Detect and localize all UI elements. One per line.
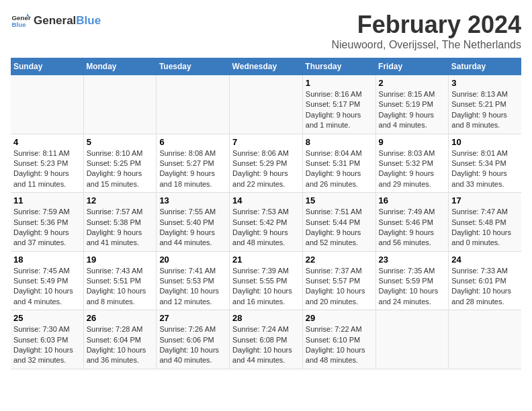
day-info: Sunrise: 7:45 AM Sunset: 5:49 PM Dayligh… bbox=[13, 266, 81, 308]
logo: General Blue General Blue bbox=[11, 11, 101, 31]
day-number: 27 bbox=[159, 313, 226, 323]
day-cell bbox=[83, 75, 157, 134]
day-number: 18 bbox=[13, 255, 81, 265]
day-cell: 1Sunrise: 8:16 AM Sunset: 5:17 PM Daylig… bbox=[302, 75, 375, 134]
day-info: Sunrise: 8:04 AM Sunset: 5:31 PM Dayligh… bbox=[306, 148, 373, 190]
day-cell: 16Sunrise: 7:49 AM Sunset: 5:46 PM Dayli… bbox=[375, 193, 449, 252]
week-row-1: 1Sunrise: 8:16 AM Sunset: 5:17 PM Daylig… bbox=[11, 75, 521, 134]
day-number: 23 bbox=[379, 255, 446, 265]
calendar-table: SundayMondayTuesdayWednesdayThursdayFrid… bbox=[11, 58, 521, 369]
day-number: 3 bbox=[451, 78, 519, 88]
logo-icon: General Blue bbox=[11, 11, 31, 31]
day-cell: 20Sunrise: 7:41 AM Sunset: 5:53 PM Dayli… bbox=[157, 251, 230, 310]
day-cell: 4Sunrise: 8:11 AM Sunset: 5:23 PM Daylig… bbox=[11, 134, 83, 193]
logo-text-blue: Blue bbox=[76, 14, 101, 28]
day-info: Sunrise: 7:47 AM Sunset: 5:48 PM Dayligh… bbox=[451, 207, 519, 248]
day-cell: 8Sunrise: 8:04 AM Sunset: 5:31 PM Daylig… bbox=[302, 134, 375, 193]
day-info: Sunrise: 7:39 AM Sunset: 5:55 PM Dayligh… bbox=[232, 266, 300, 308]
day-cell: 24Sunrise: 7:33 AM Sunset: 6:01 PM Dayli… bbox=[449, 251, 521, 310]
day-info: Sunrise: 7:59 AM Sunset: 5:36 PM Dayligh… bbox=[13, 207, 81, 248]
day-info: Sunrise: 8:06 AM Sunset: 5:29 PM Dayligh… bbox=[232, 148, 300, 190]
day-info: Sunrise: 7:22 AM Sunset: 6:10 PM Dayligh… bbox=[306, 324, 373, 366]
day-number: 20 bbox=[159, 255, 226, 265]
day-cell: 27Sunrise: 7:26 AM Sunset: 6:06 PM Dayli… bbox=[157, 310, 230, 369]
page-header: General Blue General Blue February 2024 … bbox=[11, 11, 521, 51]
day-cell: 14Sunrise: 7:53 AM Sunset: 5:42 PM Dayli… bbox=[230, 193, 303, 252]
day-number: 5 bbox=[87, 137, 154, 147]
day-info: Sunrise: 8:15 AM Sunset: 5:19 PM Dayligh… bbox=[379, 89, 446, 131]
day-number: 26 bbox=[87, 313, 154, 323]
day-info: Sunrise: 7:41 AM Sunset: 5:53 PM Dayligh… bbox=[159, 266, 226, 308]
day-number: 4 bbox=[13, 137, 81, 147]
day-cell: 6Sunrise: 8:08 AM Sunset: 5:27 PM Daylig… bbox=[157, 134, 230, 193]
day-number: 29 bbox=[306, 313, 373, 323]
day-number: 19 bbox=[87, 255, 154, 265]
day-cell: 23Sunrise: 7:35 AM Sunset: 5:59 PM Dayli… bbox=[375, 251, 449, 310]
day-info: Sunrise: 8:08 AM Sunset: 5:27 PM Dayligh… bbox=[159, 148, 226, 190]
day-cell bbox=[157, 75, 230, 134]
day-number: 8 bbox=[306, 137, 373, 147]
svg-text:Blue: Blue bbox=[12, 21, 27, 28]
day-info: Sunrise: 7:30 AM Sunset: 6:03 PM Dayligh… bbox=[13, 324, 81, 366]
day-info: Sunrise: 7:28 AM Sunset: 6:04 PM Dayligh… bbox=[87, 324, 154, 366]
day-cell: 11Sunrise: 7:59 AM Sunset: 5:36 PM Dayli… bbox=[11, 193, 83, 252]
week-row-4: 18Sunrise: 7:45 AM Sunset: 5:49 PM Dayli… bbox=[11, 251, 521, 310]
day-cell: 28Sunrise: 7:24 AM Sunset: 6:08 PM Dayli… bbox=[230, 310, 303, 369]
day-number: 22 bbox=[306, 255, 373, 265]
header-cell-friday: Friday bbox=[375, 58, 449, 75]
week-row-3: 11Sunrise: 7:59 AM Sunset: 5:36 PM Dayli… bbox=[11, 193, 521, 252]
day-cell: 25Sunrise: 7:30 AM Sunset: 6:03 PM Dayli… bbox=[11, 310, 83, 369]
main-title: February 2024 bbox=[332, 11, 522, 39]
day-number: 6 bbox=[159, 137, 226, 147]
day-cell: 22Sunrise: 7:37 AM Sunset: 5:57 PM Dayli… bbox=[302, 251, 375, 310]
day-cell bbox=[449, 310, 521, 369]
calendar-body: 1Sunrise: 8:16 AM Sunset: 5:17 PM Daylig… bbox=[11, 75, 521, 369]
day-cell: 26Sunrise: 7:28 AM Sunset: 6:04 PM Dayli… bbox=[83, 310, 157, 369]
day-info: Sunrise: 8:16 AM Sunset: 5:17 PM Dayligh… bbox=[306, 89, 373, 131]
day-number: 11 bbox=[13, 195, 81, 205]
header-cell-saturday: Saturday bbox=[449, 58, 521, 75]
day-number: 17 bbox=[451, 195, 519, 205]
day-cell: 3Sunrise: 8:13 AM Sunset: 5:21 PM Daylig… bbox=[449, 75, 521, 134]
subtitle: Nieuwoord, Overijssel, The Netherlands bbox=[332, 39, 522, 51]
day-cell: 2Sunrise: 8:15 AM Sunset: 5:19 PM Daylig… bbox=[375, 75, 449, 134]
day-cell: 29Sunrise: 7:22 AM Sunset: 6:10 PM Dayli… bbox=[302, 310, 375, 369]
day-number: 1 bbox=[306, 78, 373, 88]
day-number: 28 bbox=[232, 313, 300, 323]
day-cell: 7Sunrise: 8:06 AM Sunset: 5:29 PM Daylig… bbox=[230, 134, 303, 193]
title-section: February 2024 Nieuwoord, Overijssel, The… bbox=[332, 11, 522, 51]
day-cell: 18Sunrise: 7:45 AM Sunset: 5:49 PM Dayli… bbox=[11, 251, 83, 310]
day-number: 2 bbox=[379, 78, 446, 88]
day-info: Sunrise: 7:55 AM Sunset: 5:40 PM Dayligh… bbox=[159, 207, 226, 248]
day-info: Sunrise: 7:26 AM Sunset: 6:06 PM Dayligh… bbox=[159, 324, 226, 366]
logo-text-general: General bbox=[34, 14, 76, 28]
day-number: 15 bbox=[306, 195, 373, 205]
day-info: Sunrise: 7:57 AM Sunset: 5:38 PM Dayligh… bbox=[87, 207, 154, 248]
day-number: 12 bbox=[87, 195, 154, 205]
day-info: Sunrise: 8:01 AM Sunset: 5:34 PM Dayligh… bbox=[451, 148, 519, 190]
day-cell: 10Sunrise: 8:01 AM Sunset: 5:34 PM Dayli… bbox=[449, 134, 521, 193]
day-cell: 13Sunrise: 7:55 AM Sunset: 5:40 PM Dayli… bbox=[157, 193, 230, 252]
day-info: Sunrise: 7:33 AM Sunset: 6:01 PM Dayligh… bbox=[451, 266, 519, 308]
day-info: Sunrise: 8:11 AM Sunset: 5:23 PM Dayligh… bbox=[13, 148, 81, 190]
day-info: Sunrise: 8:03 AM Sunset: 5:32 PM Dayligh… bbox=[379, 148, 446, 190]
day-number: 25 bbox=[13, 313, 81, 323]
day-number: 16 bbox=[379, 195, 446, 205]
day-number: 13 bbox=[159, 195, 226, 205]
day-number: 10 bbox=[451, 137, 519, 147]
day-cell bbox=[375, 310, 449, 369]
week-row-5: 25Sunrise: 7:30 AM Sunset: 6:03 PM Dayli… bbox=[11, 310, 521, 369]
header-cell-wednesday: Wednesday bbox=[230, 58, 303, 75]
day-cell: 15Sunrise: 7:51 AM Sunset: 5:44 PM Dayli… bbox=[302, 193, 375, 252]
day-number: 21 bbox=[232, 255, 300, 265]
day-number: 14 bbox=[232, 195, 300, 205]
day-number: 7 bbox=[232, 137, 300, 147]
day-cell: 5Sunrise: 8:10 AM Sunset: 5:25 PM Daylig… bbox=[83, 134, 157, 193]
day-info: Sunrise: 7:43 AM Sunset: 5:51 PM Dayligh… bbox=[87, 266, 154, 308]
header-row: SundayMondayTuesdayWednesdayThursdayFrid… bbox=[11, 58, 521, 75]
day-info: Sunrise: 7:37 AM Sunset: 5:57 PM Dayligh… bbox=[306, 266, 373, 308]
day-cell: 12Sunrise: 7:57 AM Sunset: 5:38 PM Dayli… bbox=[83, 193, 157, 252]
day-number: 9 bbox=[379, 137, 446, 147]
day-info: Sunrise: 8:10 AM Sunset: 5:25 PM Dayligh… bbox=[87, 148, 154, 190]
header-cell-sunday: Sunday bbox=[11, 58, 83, 75]
